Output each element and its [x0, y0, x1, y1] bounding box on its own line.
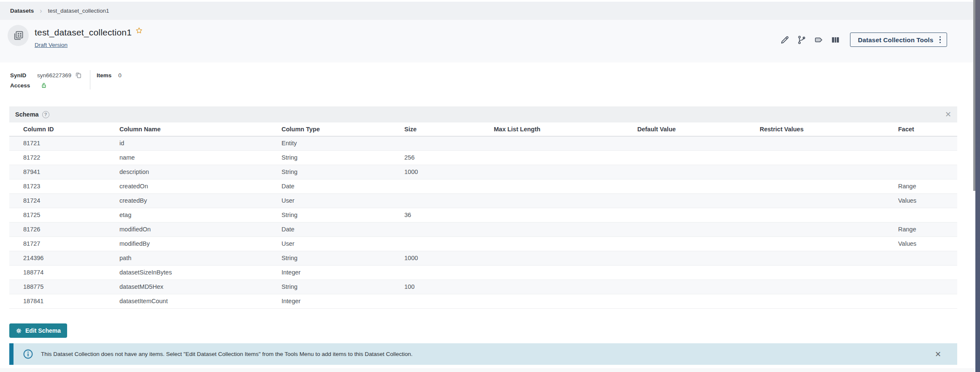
edit-schema-button[interactable]: Edit Schema	[9, 323, 67, 338]
cell-default-value	[637, 150, 760, 165]
cell-type: Date	[282, 179, 404, 193]
col-header-column-name: Column Name	[119, 122, 282, 136]
cell-restrict-values	[760, 136, 898, 150]
cell-restrict-values	[760, 208, 898, 222]
cell-size	[404, 136, 494, 150]
cell-id: 81722	[9, 150, 119, 165]
cell-restrict-values	[760, 280, 898, 294]
tools-button-label: Dataset Collection Tools	[858, 36, 934, 43]
cell-default-value	[637, 136, 760, 150]
cell-name: datasetMD5Hex	[119, 280, 282, 294]
cell-id: 81727	[9, 236, 119, 251]
cell-facet: Range	[898, 222, 957, 236]
col-header-column-type: Column Type	[282, 122, 404, 136]
edit-schema-label: Edit Schema	[25, 327, 61, 334]
breadcrumb-datasets-link[interactable]: Datasets	[10, 8, 34, 14]
schema-section: Schema ? ✕ Column ID Column Name Column …	[9, 106, 957, 309]
col-header-size: Size	[404, 122, 494, 136]
cell-name: datasetSizeInBytes	[119, 265, 282, 280]
cell-default-value	[637, 165, 760, 179]
cell-default-value	[637, 251, 760, 265]
cell-size: 100	[404, 280, 494, 294]
cell-size	[404, 294, 494, 308]
synid-label: SynID	[10, 72, 37, 79]
schema-header-bar: Schema ? ✕	[9, 106, 957, 122]
col-header-default-value: Default Value	[637, 122, 760, 136]
cell-default-value	[637, 193, 760, 208]
gear-icon	[16, 328, 22, 334]
cell-facet: Range	[898, 179, 957, 193]
cell-size	[404, 179, 494, 193]
items-label: Items	[97, 72, 111, 79]
cell-name: path	[119, 251, 282, 265]
annotations-tag-icon[interactable]	[810, 32, 827, 48]
cell-size: 1000	[404, 165, 494, 179]
cell-max-list-length	[494, 179, 637, 193]
cell-size	[404, 222, 494, 236]
cell-facet	[898, 136, 957, 150]
cell-max-list-length	[494, 150, 637, 165]
entity-header: test_dataset_collection1 Draft Version	[0, 20, 974, 62]
table-row: 187841datasetItemCountInteger	[9, 294, 957, 308]
cell-name: modifiedBy	[119, 236, 282, 251]
breadcrumb-current: test_dataset_collection1	[48, 8, 109, 14]
favorite-star-icon[interactable]	[135, 27, 143, 36]
banner-close-icon[interactable]: ✕	[935, 350, 941, 358]
cell-restrict-values	[760, 150, 898, 165]
cell-id: 81726	[9, 222, 119, 236]
dataset-collection-icon	[12, 30, 24, 41]
cell-id: 81723	[9, 179, 119, 193]
columns-icon[interactable]	[827, 32, 844, 48]
cell-default-value	[637, 265, 760, 280]
cell-type: Date	[282, 222, 404, 236]
cell-facet: Values	[898, 193, 957, 208]
cell-size: 36	[404, 208, 494, 222]
edit-pencil-icon[interactable]	[777, 32, 793, 48]
cell-name: modifiedOn	[119, 222, 282, 236]
cell-max-list-length	[494, 222, 637, 236]
version-history-icon[interactable]	[793, 32, 810, 48]
cell-id: 87941	[9, 165, 119, 179]
cell-restrict-values	[760, 251, 898, 265]
scrollbar-track[interactable]	[975, 0, 980, 372]
table-row: 81724createdByUserValues	[9, 193, 957, 208]
cell-default-value	[637, 179, 760, 193]
cell-facet	[898, 294, 957, 308]
info-banner: This Dataset Collection does not have an…	[9, 343, 957, 365]
cell-facet	[898, 265, 957, 280]
open-lock-icon[interactable]	[40, 81, 48, 89]
cell-id: 187841	[9, 294, 119, 308]
cell-name: createdBy	[119, 193, 282, 208]
help-icon[interactable]: ?	[42, 111, 49, 118]
cell-size: 256	[404, 150, 494, 165]
cell-restrict-values	[760, 193, 898, 208]
dataset-collection-tools-button[interactable]: Dataset Collection Tools	[850, 33, 947, 47]
table-row: 188775datasetMD5HexString100	[9, 280, 957, 294]
cell-id: 81721	[9, 136, 119, 150]
col-header-facet: Facet	[898, 122, 957, 136]
cell-id: 214396	[9, 251, 119, 265]
col-header-column-id: Column ID	[9, 122, 119, 136]
chevron-right-icon: ›	[40, 8, 42, 14]
cell-id: 81725	[9, 208, 119, 222]
page: Datasets › test_dataset_collection1 test…	[0, 0, 980, 372]
info-icon	[23, 349, 33, 359]
cell-size	[404, 265, 494, 280]
cell-max-list-length	[494, 294, 637, 308]
kebab-menu-icon	[939, 36, 941, 43]
cell-default-value	[637, 236, 760, 251]
cell-type: Integer	[282, 294, 404, 308]
draft-version-link[interactable]: Draft Version	[35, 42, 68, 48]
cell-default-value	[637, 294, 760, 308]
cell-size	[404, 193, 494, 208]
table-row: 81723createdOnDateRange	[9, 179, 957, 193]
copy-icon[interactable]	[75, 72, 82, 79]
schema-table: Column ID Column Name Column Type Size M…	[9, 122, 957, 309]
cell-size	[404, 236, 494, 251]
access-label: Access	[10, 82, 37, 89]
cell-type: User	[282, 236, 404, 251]
synid-value: syn66227369	[37, 72, 71, 79]
avatar	[8, 25, 29, 46]
scrollbar-thumb[interactable]	[973, 0, 975, 191]
close-icon[interactable]: ✕	[945, 111, 951, 118]
